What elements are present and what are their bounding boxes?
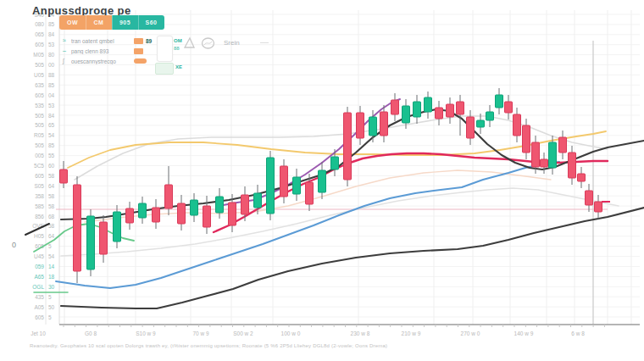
candle-body-up[interactable] <box>293 177 301 194</box>
candle-body-down[interactable] <box>306 182 314 204</box>
zero-annotation: 0 <box>12 241 16 249</box>
y-axis-label: 80 <box>48 52 55 58</box>
candle-body-down[interactable] <box>569 153 576 178</box>
candle-body-down[interactable] <box>357 113 364 138</box>
y-axis-label: 635 <box>35 82 44 88</box>
candle-body-up[interactable] <box>139 203 147 218</box>
y-axis-label: 58 <box>48 203 55 209</box>
candle-body-down[interactable] <box>126 208 134 223</box>
y-axis-label: 605 <box>35 173 44 179</box>
candle-body-down[interactable] <box>523 125 530 153</box>
indicator-checkbox[interactable] <box>157 36 173 62</box>
candle-body-down[interactable] <box>165 185 173 208</box>
candle-body-down[interactable] <box>586 191 593 205</box>
candle-body-down[interactable] <box>100 222 108 254</box>
candle-body-up[interactable] <box>369 117 377 136</box>
candle-body-down[interactable] <box>532 142 540 167</box>
candle-body-down[interactable] <box>505 102 513 113</box>
footer-disclaimer: Reanotedty. Geophates 10 scal opoten Dol… <box>30 343 387 348</box>
y-axis-label: 50 <box>48 304 55 310</box>
y-axis-label: 64 <box>48 183 55 189</box>
y-axis-label: 85 <box>48 82 55 88</box>
candle-body-down[interactable] <box>229 203 236 225</box>
triangle-tool-icon[interactable] <box>183 36 196 49</box>
candle-body-up[interactable] <box>414 102 421 117</box>
y-axis-label: A65 <box>34 274 44 280</box>
indicator-checkbox-green[interactable] <box>155 63 174 75</box>
y-axis-label: 68 <box>48 214 55 219</box>
x-axis-label: S10 w 9 <box>136 330 156 336</box>
y-axis-label: 85 <box>48 142 55 148</box>
y-axis-label: U05 <box>34 72 44 78</box>
y-axis-label: M05 <box>33 52 44 58</box>
timeframe-button-cm[interactable]: CM <box>86 15 112 30</box>
candle-body-up[interactable] <box>496 95 503 108</box>
candle-body-up[interactable] <box>267 158 275 214</box>
y-axis-label: 505 <box>35 142 44 148</box>
y-axis-label: 58 <box>48 173 55 179</box>
y-axis-label: 585 <box>35 203 44 209</box>
candle-body-up[interactable] <box>114 212 121 242</box>
candle-body-down[interactable] <box>447 104 454 117</box>
candle-body-down[interactable] <box>280 166 288 197</box>
candle-body-up[interactable] <box>549 142 557 168</box>
candle-body-up[interactable] <box>87 216 95 269</box>
y-axis-label: H05 <box>34 233 44 239</box>
candle-body-down[interactable] <box>559 137 567 153</box>
x-axis-label: 6 w 8 <box>571 330 585 336</box>
series-glyph-icon: ʃ <box>63 58 71 64</box>
candle-body-down[interactable] <box>457 102 464 114</box>
legend-value: 89 <box>146 38 152 44</box>
y-axis-label: 505 <box>35 122 44 128</box>
candle-body-down[interactable] <box>514 114 521 136</box>
candle-body-down[interactable] <box>578 174 586 181</box>
candle-body-down[interactable] <box>203 206 211 227</box>
x-axis-label: 70 w 9 <box>192 330 209 336</box>
blue-ma <box>56 162 559 288</box>
indicator-label-om: OM <box>174 38 182 43</box>
candle-body-down[interactable] <box>74 185 81 271</box>
candle-body-up[interactable] <box>191 200 198 215</box>
y-axis-label: 5 <box>48 314 52 320</box>
ellipse-tool-icon[interactable] <box>201 37 215 49</box>
candle-body-down[interactable] <box>541 159 548 167</box>
divider-dash <box>260 42 269 43</box>
y-axis-label: 5 <box>48 294 52 300</box>
candle-body-up[interactable] <box>402 106 410 123</box>
candle-body-down[interactable] <box>60 169 68 183</box>
candle-body-down[interactable] <box>595 202 602 212</box>
candle-body-down[interactable] <box>178 203 186 224</box>
x-axis-label: 210 w 9 <box>402 330 421 336</box>
x-axis-label: S00 w 2 <box>233 330 253 336</box>
candle-body-up[interactable] <box>477 120 485 127</box>
x-axis-label: 270 w 0 <box>461 330 480 336</box>
timeframe-button-905[interactable]: 905 <box>112 15 138 30</box>
candle-body-up[interactable] <box>425 97 432 112</box>
candle-body-down[interactable] <box>436 108 443 119</box>
candle-body-up[interactable] <box>319 170 326 192</box>
candle-body-down[interactable] <box>467 117 475 138</box>
candle-body-down[interactable] <box>391 100 399 114</box>
y-axis-label: 065 <box>35 31 44 37</box>
y-axis-label: 54 <box>48 132 55 138</box>
y-axis-label: 00 <box>48 62 55 68</box>
y-axis-label: 059 <box>35 264 44 269</box>
candle-body-up[interactable] <box>486 112 494 120</box>
candle-body-down[interactable] <box>344 113 352 180</box>
candle-body-up[interactable] <box>216 197 224 213</box>
indicator-label-xe: XE <box>175 64 182 69</box>
candle-body-up[interactable] <box>254 193 262 208</box>
y-axis-label: 53 <box>48 42 55 47</box>
timeframe-button-ow[interactable]: OW <box>59 15 86 30</box>
gray-mid-ma <box>61 188 619 256</box>
y-axis-label: 85 <box>48 21 55 27</box>
y-axis-label: 58 <box>48 193 55 199</box>
y-axis-label: U45 <box>34 253 44 259</box>
candle-body-down[interactable] <box>242 195 249 214</box>
candle-body-down[interactable] <box>153 208 160 222</box>
candle-body-down[interactable] <box>380 112 388 136</box>
series-line-icon: ≈ <box>63 37 71 44</box>
candle-body-up[interactable] <box>331 157 339 169</box>
timeframe-button-s60[interactable]: S60 <box>138 15 164 30</box>
trading-app-window: S4004080850658460553M058050500U058863585… <box>0 0 644 361</box>
